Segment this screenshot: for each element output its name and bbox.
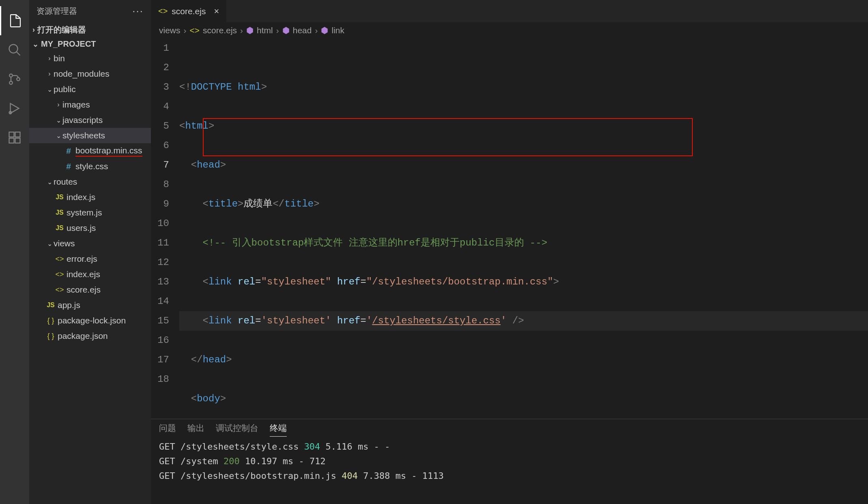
tree-item-label: package.json: [58, 331, 108, 341]
svg-point-2: [9, 74, 13, 77]
file-item[interactable]: <>error.ejs: [29, 251, 151, 267]
terminal-output[interactable]: GET /stylesheets/style.css 304 5.116 ms …: [151, 439, 868, 504]
breadcrumb-item[interactable]: score.ejs: [203, 26, 237, 35]
svg-point-4: [17, 78, 20, 81]
file-type-icon: JS: [54, 209, 65, 216]
tree-item-label: style.css: [75, 162, 108, 171]
breadcrumb-item[interactable]: html: [257, 26, 273, 35]
svg-rect-9: [15, 132, 20, 137]
ejs-file-icon: <>: [158, 6, 168, 16]
chevron-right-icon: ›: [184, 26, 187, 35]
line-number: 6: [151, 136, 169, 155]
file-type-icon: <>: [54, 255, 65, 263]
tree-item-label: package-lock.json: [58, 316, 126, 325]
section-label: 打开的编辑器: [37, 24, 86, 35]
chevron-icon: ›: [45, 70, 54, 78]
line-number: 10: [151, 214, 169, 233]
chevron-right-icon: ›: [240, 26, 243, 35]
file-item[interactable]: { }package-lock.json: [29, 313, 151, 328]
line-number-gutter: 123456789101112131415161718: [151, 39, 179, 419]
file-item[interactable]: { }package.json: [29, 328, 151, 344]
tree-item-label: javascripts: [62, 115, 103, 125]
breadcrumbs[interactable]: views › <> score.ejs › ⬢ html › ⬢ head ›…: [151, 22, 868, 39]
open-editors-section[interactable]: › 打开的编辑器: [29, 22, 151, 37]
symbol-icon: ⬢: [246, 26, 254, 35]
line-number: 1: [151, 39, 169, 58]
code-content[interactable]: <!DOCTYPE html> <html> <head> <title>成绩单…: [179, 39, 868, 419]
tree-item-label: users.js: [67, 223, 96, 233]
file-type-icon: { }: [45, 332, 56, 340]
debug-icon[interactable]: [0, 94, 29, 123]
file-item[interactable]: JSapp.js: [29, 297, 151, 313]
terminal-tab[interactable]: 终端: [270, 422, 287, 437]
terminal-tab[interactable]: 问题: [159, 422, 176, 436]
explorer-icon[interactable]: [0, 6, 29, 35]
line-number: 7: [151, 155, 169, 175]
file-item[interactable]: <>score.ejs: [29, 282, 151, 297]
chevron-icon: ⌄: [45, 86, 54, 93]
tree-item-label: routes: [54, 177, 77, 187]
file-item[interactable]: JSusers.js: [29, 220, 151, 236]
breadcrumb-item[interactable]: link: [331, 26, 344, 35]
source-control-icon[interactable]: [0, 65, 29, 94]
line-number: 13: [151, 272, 169, 292]
line-number: 5: [151, 116, 169, 136]
more-icon[interactable]: ···: [132, 5, 144, 17]
line-number: 17: [151, 350, 169, 370]
tree-item-label: images: [62, 100, 90, 110]
file-tree: ›bin›node_modules⌄public›images⌄javascri…: [29, 51, 151, 504]
folder-item[interactable]: ⌄stylesheets: [29, 128, 151, 143]
line-number: 15: [151, 311, 169, 331]
terminal-panel: 问题输出调试控制台终端 GET /stylesheets/style.css 3…: [151, 419, 868, 504]
folder-item[interactable]: ⌄javascripts: [29, 112, 151, 128]
tree-item-label: app.js: [58, 300, 80, 310]
terminal-tab[interactable]: 输出: [187, 422, 204, 436]
file-item[interactable]: #bootstrap.min.css: [29, 143, 151, 159]
breadcrumb-item[interactable]: head: [293, 26, 312, 35]
file-item[interactable]: JSindex.js: [29, 190, 151, 205]
folder-item[interactable]: ⌄views: [29, 236, 151, 251]
editor-group: <> score.ejs × views › <> score.ejs › ⬢ …: [151, 0, 868, 504]
tree-item-label: public: [54, 84, 76, 94]
tree-item-label: score.ejs: [67, 285, 101, 295]
terminal-tab[interactable]: 调试控制台: [216, 422, 258, 436]
ejs-file-icon: <>: [190, 26, 200, 35]
chevron-icon: ›: [45, 55, 54, 62]
terminal-line: GET /system 200 10.197 ms - 712: [159, 454, 868, 469]
svg-rect-8: [15, 138, 20, 143]
chevron-icon: ⌄: [45, 240, 54, 248]
line-number: 2: [151, 58, 169, 78]
tab-score-ejs[interactable]: <> score.ejs ×: [151, 0, 226, 22]
line-number: 3: [151, 78, 169, 97]
section-label: MY_PROJECT: [41, 39, 96, 49]
extensions-icon[interactable]: [0, 123, 29, 152]
file-item[interactable]: <>index.ejs: [29, 267, 151, 282]
svg-line-1: [17, 52, 20, 56]
close-icon[interactable]: ×: [214, 6, 219, 17]
line-number: 8: [151, 175, 169, 194]
folder-item[interactable]: ⌄routes: [29, 174, 151, 190]
svg-rect-7: [9, 138, 14, 143]
tree-item-label: system.js: [67, 208, 102, 218]
chevron-icon: ›: [54, 101, 62, 108]
file-item[interactable]: JSsystem.js: [29, 205, 151, 220]
file-item[interactable]: #style.css: [29, 159, 151, 174]
terminal-line: GET /stylesheets/style.css 304 5.116 ms …: [159, 439, 868, 454]
folder-item[interactable]: ›bin: [29, 51, 151, 66]
folder-item[interactable]: ⌄public: [29, 82, 151, 97]
explorer-sidebar: 资源管理器 ··· › 打开的编辑器 ⌄ MY_PROJECT ›bin›nod…: [29, 0, 151, 504]
file-type-icon: { }: [45, 317, 56, 325]
code-editor[interactable]: 123456789101112131415161718 <!DOCTYPE ht…: [151, 39, 868, 419]
line-number: 16: [151, 331, 169, 350]
line-number: 4: [151, 97, 169, 116]
chevron-right-icon: ›: [276, 26, 279, 35]
file-type-icon: JS: [54, 194, 65, 201]
folder-item[interactable]: ›node_modules: [29, 66, 151, 82]
folder-item[interactable]: ›images: [29, 97, 151, 112]
tree-item-label: index.ejs: [67, 269, 100, 279]
symbol-icon: ⬢: [321, 26, 328, 35]
search-icon[interactable]: [0, 35, 29, 65]
sidebar-header: 资源管理器 ···: [29, 0, 151, 22]
breadcrumb-item[interactable]: views: [159, 26, 180, 35]
project-section[interactable]: ⌄ MY_PROJECT: [29, 37, 151, 51]
